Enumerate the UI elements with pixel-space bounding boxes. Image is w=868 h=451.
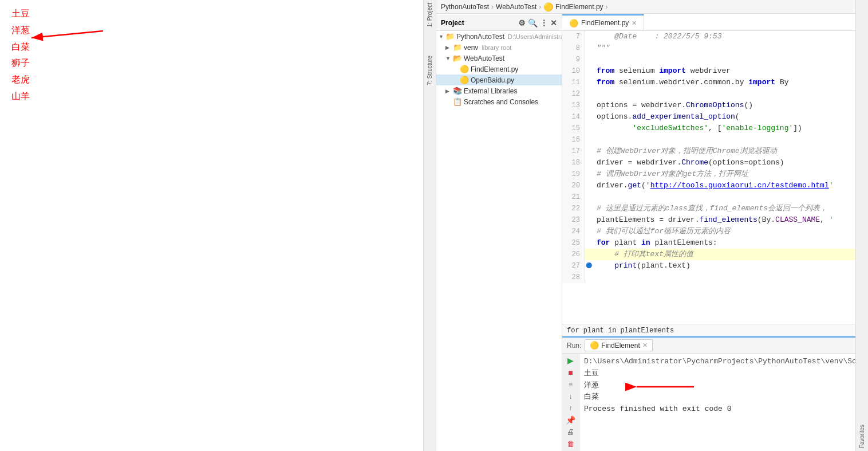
code-line-23: 23 plantElements = driver.find_elements(… xyxy=(562,214,855,226)
tree-toolbar-label: Project xyxy=(441,19,515,27)
line-content-23: plantElements = driver.find_elements(By.… xyxy=(592,214,834,226)
line-num-23: 23 xyxy=(562,214,585,226)
line-content-28 xyxy=(592,272,597,283)
code-line-25: 25 for plant in plantElements: xyxy=(562,237,855,249)
tree-toolbar: Project ⚙ 🔍 ⋮ ✕ xyxy=(436,15,562,31)
line-content-8: """ xyxy=(592,42,610,54)
line-content-24: # 我们可以通过for循环遍历元素的内容 xyxy=(592,226,731,237)
code-line-15: 15 'excludeSwitches', ['enable-logging']… xyxy=(562,123,855,134)
code-line-28: 28 xyxy=(562,272,855,283)
code-line-12: 12 xyxy=(562,88,855,100)
run-button[interactable]: ▶ xyxy=(565,356,577,366)
pin-button[interactable]: 📌 xyxy=(565,415,577,425)
run-output-cmd: D:\Users\Administrator\PycharmProjects\P… xyxy=(584,356,851,368)
tree-venv-suffix: library root xyxy=(480,44,511,51)
tree-search-icon[interactable]: 🔍 xyxy=(528,18,538,28)
code-hint-bar: for plant in plantElements xyxy=(562,324,855,336)
line-content-22: # 这里是通过元素的class查找，find_elements会返回一个列表， xyxy=(592,203,827,214)
ide-upper: Project ⚙ 🔍 ⋮ ✕ ▼ 📁 PythonAutoTest D:\Us… xyxy=(436,14,855,451)
line-content-20: driver.get('http://tools.guoxiaorui.cn/t… xyxy=(592,180,834,191)
code-lines: 7 @Date : 2022/5/5 9:53 8 """ 9 xyxy=(562,31,855,283)
tree-openbaidu-label: OpenBaidu.py xyxy=(471,76,514,84)
side-toolbar: 1: Project 7: Structure xyxy=(424,0,436,451)
line-content-25: for plant in plantElements: xyxy=(592,237,717,249)
tree-root-icon: 📁 xyxy=(445,32,455,41)
tree-more-icon[interactable]: ⋮ xyxy=(540,18,548,28)
run-tab-findelement[interactable]: 🟡 FindElement ✕ xyxy=(585,339,652,351)
code-editor[interactable]: 7 @Date : 2022/5/5 9:53 8 """ 9 xyxy=(562,31,855,324)
scroll-start-button[interactable]: ↑ xyxy=(565,403,577,413)
line-num-13: 13 xyxy=(562,100,585,111)
tree-item-findelement[interactable]: 🟡 FindElement.py xyxy=(436,64,562,74)
line-content-27: print(plant.text) xyxy=(592,260,691,272)
tree-item-ext-libs[interactable]: ▶ 📚 External Libraries xyxy=(436,85,562,96)
clear-button[interactable]: 🗑 xyxy=(565,439,577,449)
tree-scratches-label: Scratches and Consoles xyxy=(464,98,538,106)
project-tab-label[interactable]: 1: Project xyxy=(425,0,434,30)
run-tab-close[interactable]: ✕ xyxy=(642,342,648,349)
line-num-24: 24 xyxy=(562,226,585,237)
line-content-16 xyxy=(592,134,597,146)
run-output-container: D:\Users\Administrator\PycharmProjects\P… xyxy=(579,354,855,451)
run-tab-bar: Run: 🟡 FindElement ✕ xyxy=(562,338,855,354)
line-num-12: 12 xyxy=(562,88,585,100)
code-line-7: 7 @Date : 2022/5/5 9:53 xyxy=(562,31,855,42)
line-num-9: 9 xyxy=(562,54,585,65)
line-num-8: 8 xyxy=(562,42,585,54)
tree-close-icon[interactable]: ✕ xyxy=(550,18,557,28)
ide-main: PythonAutoTest › WebAutoTest › 🟡 FindEle… xyxy=(436,0,855,451)
tree-venv-icon: 📁 xyxy=(453,43,462,52)
tree-arrow-root: ▼ xyxy=(439,34,444,40)
line-num-22: 22 xyxy=(562,203,585,214)
favorites-tab: Favorites xyxy=(855,0,868,451)
tree-arrow-findelement xyxy=(452,66,458,72)
favorites-label[interactable]: Favorites xyxy=(858,422,866,451)
run-output-finished: Process finished with exit code 0 xyxy=(584,403,851,415)
tree-item-openbaidu[interactable]: 🟡 OpenBaidu.py xyxy=(436,74,562,85)
run-label: Run: xyxy=(567,342,581,350)
tree-ext-icon: 📚 xyxy=(453,87,462,95)
code-line-19: 19 # 调用WebDriver对象的get方法，打开网址 xyxy=(562,168,855,180)
run-output-yangcong: 洋葱 xyxy=(584,380,851,392)
line-content-26: # 打印其text属性的值 xyxy=(592,249,693,260)
tree-item-venv[interactable]: ▶ 📁 venv library root xyxy=(436,42,562,53)
tab-close-icon[interactable]: ✕ xyxy=(632,19,637,27)
tree-item-scratches[interactable]: 📋 Scratches and Consoles xyxy=(436,96,562,107)
rerun-button[interactable]: ≡ xyxy=(565,380,577,390)
tree-item-webautotest[interactable]: ▼ 📂 WebAutoTest xyxy=(436,53,562,64)
scroll-end-button[interactable]: ↓ xyxy=(565,391,577,401)
tree-findelement-label: FindElement.py xyxy=(471,65,518,73)
plant-list: 土豆 洋葱 白菜 狮子 老虎 山羊 xyxy=(11,6,412,105)
tree-arrow-ext: ▶ xyxy=(445,88,451,94)
line-num-15: 15 xyxy=(562,123,585,134)
code-line-26: 26 # 打印其text属性的值 xyxy=(562,249,855,260)
stop-button[interactable]: ■ xyxy=(565,368,577,378)
tree-arrow-webautotest: ▼ xyxy=(445,56,451,61)
code-line-17: 17 # 创建WebDriver对象，指明使用Chrome浏览器驱动 xyxy=(562,146,855,157)
breadcrumb-sep-2: › xyxy=(539,3,541,11)
tree-item-root[interactable]: ▼ 📁 PythonAutoTest D:\Users\Administra..… xyxy=(436,31,562,42)
tree-openbaidu-icon: 🟡 xyxy=(460,76,469,84)
code-line-8: 8 """ xyxy=(562,42,855,54)
line-content-12 xyxy=(592,88,597,100)
line-content-15: 'excludeSwitches', ['enable-logging']) xyxy=(592,123,802,134)
tree-webautotest-label: WebAutoTest xyxy=(464,54,504,62)
run-side-buttons: ▶ ■ ≡ ↓ ↑ 📌 🖨 🗑 xyxy=(562,354,579,451)
tab-findelement[interactable]: 🟡 FindElement.py ✕ xyxy=(562,14,644,30)
run-content: ▶ ■ ≡ ↓ ↑ 📌 🖨 🗑 D:\Users\Adm xyxy=(562,354,855,451)
structure-tab-label[interactable]: 7: Structure xyxy=(425,53,434,88)
line-num-10: 10 xyxy=(562,65,585,77)
plant-item-2: 洋葱 xyxy=(11,22,412,39)
line-num-26: 26 xyxy=(562,249,585,260)
print-button[interactable]: 🖨 xyxy=(565,428,577,437)
line-num-14: 14 xyxy=(562,111,585,123)
line-num-25: 25 xyxy=(562,237,585,249)
ide-panel: 1: Project 7: Structure PythonAutoTest ›… xyxy=(424,0,868,451)
line-num-18: 18 xyxy=(562,157,585,168)
tree-gear-icon[interactable]: ⚙ xyxy=(518,18,526,28)
tree-root-label: PythonAutoTest xyxy=(456,33,504,41)
line-num-17: 17 xyxy=(562,146,585,157)
code-line-21: 21 xyxy=(562,191,855,203)
line-content-17: # 创建WebDriver对象，指明使用Chrome浏览器驱动 xyxy=(592,146,777,157)
line-num-16: 16 xyxy=(562,134,585,146)
